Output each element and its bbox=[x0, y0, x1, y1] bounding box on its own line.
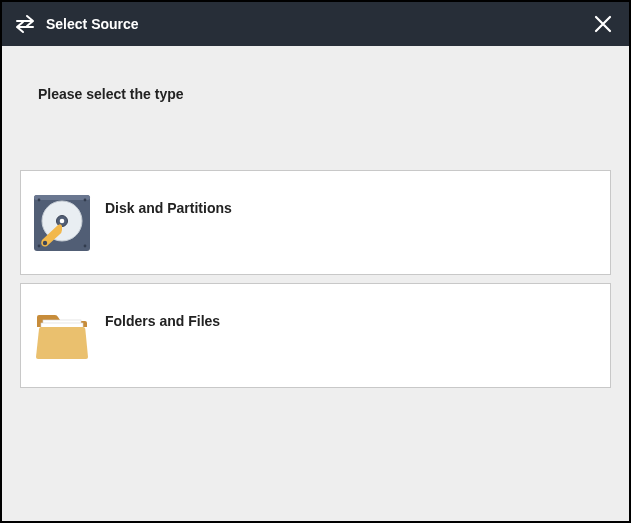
svg-point-6 bbox=[43, 240, 47, 244]
close-icon bbox=[594, 15, 612, 33]
svg-rect-1 bbox=[34, 195, 90, 200]
dialog-title: Select Source bbox=[46, 16, 589, 32]
svg-point-5 bbox=[60, 218, 65, 223]
svg-point-10 bbox=[84, 244, 87, 247]
app-swap-icon bbox=[14, 13, 36, 35]
instruction-text: Please select the type bbox=[38, 86, 611, 102]
titlebar: Select Source bbox=[2, 2, 629, 46]
option-label: Folders and Files bbox=[105, 313, 220, 329]
svg-point-9 bbox=[38, 244, 41, 247]
svg-point-7 bbox=[38, 198, 41, 201]
disk-icon bbox=[31, 192, 93, 254]
folder-icon bbox=[31, 305, 93, 367]
option-disk-partitions[interactable]: Disk and Partitions bbox=[20, 170, 611, 275]
option-label: Disk and Partitions bbox=[105, 200, 232, 216]
option-folders-files[interactable]: Folders and Files bbox=[20, 283, 611, 388]
dialog-window: Select Source Please select the type bbox=[0, 0, 631, 523]
dialog-content: Please select the type bbox=[2, 46, 629, 521]
close-button[interactable] bbox=[589, 10, 617, 38]
svg-point-8 bbox=[84, 198, 87, 201]
options-list: Disk and Partitions Folders and Files bbox=[20, 170, 611, 388]
